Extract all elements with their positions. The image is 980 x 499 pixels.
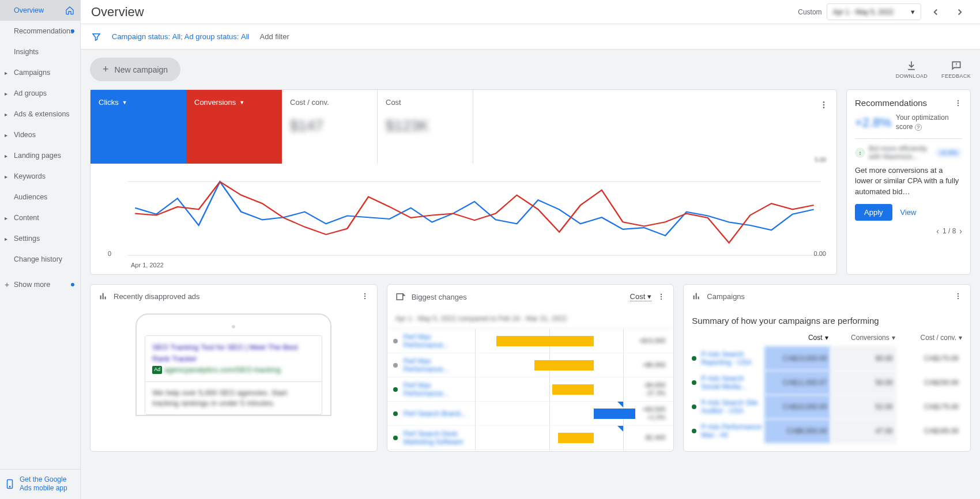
change-row[interactable]: Perf Search Brand...+$3,500 +1.5%: [387, 402, 674, 426]
cell-cost: CA$13,000.00: [764, 346, 830, 371]
change-row[interactable]: Perf Max Performance...+$8,900: [387, 353, 674, 377]
filter-status[interactable]: Campaign status: All; Ad group status: A…: [112, 32, 249, 41]
cell-cost-conv: CA$175.00: [896, 403, 962, 411]
x-axis-label: Apr 1, 2022: [99, 262, 828, 269]
nav-label: Ad groups: [14, 89, 47, 97]
metric-value: $147: [290, 117, 369, 135]
campaign-row[interactable]: P-Ads Search Site Auditor - USACA$10,000…: [692, 395, 962, 419]
cell-cost-conv: CA$200.00: [896, 379, 962, 387]
nav-label: Ads & extensions: [14, 110, 70, 118]
date-range-picker[interactable]: Apr 1 - May 5, 2022 ▾: [827, 3, 921, 20]
page-title: Overview: [91, 5, 144, 20]
view-link[interactable]: View: [900, 208, 917, 217]
change-row[interactable]: Perf Search Desk Marketing Software-$2,4…: [387, 426, 674, 450]
cell-conversions: 47.00: [831, 419, 896, 443]
plus-icon: +: [103, 63, 109, 75]
status-dot-icon: [692, 380, 696, 385]
nav-recommendations[interactable]: Recommendations: [0, 21, 80, 41]
ad-preview-mock: SEO Tracking Tool for SEO | Meet The Bes…: [135, 313, 331, 416]
prev-period-button[interactable]: [926, 2, 945, 22]
change-row[interactable]: Perf Max Performance...-$4,000 -37.3%: [387, 377, 674, 402]
svg-rect-16: [397, 294, 403, 300]
sort-selector[interactable]: Cost ▾: [630, 292, 652, 301]
card-menu-button[interactable]: [819, 100, 828, 109]
campaign-row[interactable]: P-Ads Search Social Media...CA$11,000.07…: [692, 371, 962, 395]
svg-point-8: [958, 102, 959, 103]
nav-label: Insights: [14, 48, 39, 56]
new-campaign-button[interactable]: + New campaign: [90, 58, 180, 81]
cell-conversions: 50.00: [831, 371, 896, 395]
nav-videos[interactable]: ▸ Videos: [0, 124, 80, 145]
campaign-row[interactable]: P-Ads Search Reporting - USACA$13,000.00…: [692, 346, 962, 371]
bar-chart-icon: [99, 292, 108, 301]
col-cost-conv[interactable]: Cost / conv.▾: [895, 334, 962, 342]
svg-point-13: [364, 293, 365, 294]
metric-tab-cost[interactable]: Cost $123K: [378, 90, 473, 164]
nav-campaigns[interactable]: ▸ Campaigns: [0, 62, 80, 83]
download-icon: [906, 60, 917, 71]
feedback-button[interactable]: FEEDBACK: [941, 60, 971, 79]
add-filter-button[interactable]: Add filter: [259, 32, 289, 41]
date-range-text: Apr 1 - May 5, 2022: [833, 8, 894, 16]
metrics-chart-card: Clicks▼ Conversions▼ Cost / conv. $147 C…: [90, 89, 837, 275]
change-value: -$4,000 -37.3%: [624, 381, 673, 396]
svg-point-14: [364, 296, 365, 297]
pager-prev-button[interactable]: ‹: [936, 226, 939, 236]
mobile-app-link[interactable]: Get the Google Ads mobile app: [0, 469, 80, 499]
pager-next-button[interactable]: ›: [959, 226, 962, 236]
change-bar-area: [475, 377, 624, 402]
change-row[interactable]: Perf Max Performance...+$15,000: [387, 329, 674, 353]
panel-menu-button[interactable]: [657, 293, 665, 301]
filter-icon[interactable]: [91, 32, 101, 42]
nav-settings[interactable]: ▸ Settings: [0, 228, 80, 249]
panel-menu-button[interactable]: [954, 292, 962, 300]
rec-item-title: Bid more efficiently with Maximize...: [869, 145, 932, 161]
chevron-right-icon: ▸: [5, 111, 7, 118]
metric-tab-clicks[interactable]: Clicks▼: [91, 90, 186, 164]
svg-point-1: [9, 486, 10, 487]
change-name: Perf Max Performance...: [404, 333, 475, 349]
change-name: Perf Max Performance...: [404, 357, 475, 373]
nav-overview[interactable]: Overview: [0, 0, 80, 21]
nav-landing-pages[interactable]: ▸ Landing pages: [0, 145, 80, 166]
help-icon[interactable]: ?: [915, 124, 922, 131]
y-axis-zero: 0: [108, 250, 111, 257]
chevron-right-icon: ▸: [5, 215, 7, 221]
nav-label: Keywords: [14, 172, 46, 180]
nav-label: Change history: [14, 255, 62, 263]
notification-dot-icon: [71, 29, 74, 33]
nav-audiences[interactable]: Audiences: [0, 187, 80, 207]
status-dot-icon: [393, 411, 398, 416]
rec-badge: +0.9%: [935, 148, 963, 157]
campaigns-panel: Campaigns Summary of how your campaigns …: [683, 284, 971, 452]
ad-url: agencyanalytics.com/SEO-tracking: [164, 364, 281, 376]
nav-ads-extensions[interactable]: ▸ Ads & extensions: [0, 104, 80, 124]
campaigns-subtitle: Summary of how your campaigns are perfor…: [692, 316, 962, 326]
card-title: Recommendations: [855, 98, 927, 108]
download-button[interactable]: DOWNLOAD: [896, 60, 928, 79]
nav-change-history[interactable]: Change history: [0, 249, 80, 270]
nav-keywords[interactable]: ▸ Keywords: [0, 166, 80, 187]
date-mode-label: Custom: [798, 8, 821, 16]
nav-content[interactable]: ▸ Content: [0, 207, 80, 228]
col-conversions[interactable]: Conversions▾: [828, 334, 895, 342]
chevron-right-icon: ▸: [5, 236, 7, 242]
nav-insights[interactable]: Insights: [0, 41, 80, 62]
card-menu-button[interactable]: [954, 99, 962, 107]
rec-description: Get more conversions at a lower or simil…: [855, 165, 962, 197]
panel-menu-button[interactable]: [361, 292, 369, 300]
nav-adgroups[interactable]: ▸ Ad groups: [0, 83, 80, 104]
metric-tab-cost-conv[interactable]: Cost / conv. $147: [282, 90, 378, 164]
col-cost[interactable]: Cost▾: [761, 334, 828, 342]
change-bar-area: [475, 426, 624, 450]
change-bar-area: [475, 329, 624, 353]
nav-show-more[interactable]: + Show more: [0, 274, 80, 295]
cell-conversions: 52.00: [831, 395, 896, 419]
next-period-button[interactable]: [950, 2, 970, 22]
nav-label: Overview: [14, 6, 44, 14]
mobile-app-label: Get the Google Ads mobile app: [20, 475, 76, 493]
apply-button[interactable]: Apply: [855, 204, 892, 221]
metric-tab-conversions[interactable]: Conversions▼: [186, 90, 282, 164]
campaign-row[interactable]: P-Ads Performance Max - AllCA$8,000.0047…: [692, 419, 962, 443]
chevron-down-icon: ▼: [122, 100, 127, 105]
